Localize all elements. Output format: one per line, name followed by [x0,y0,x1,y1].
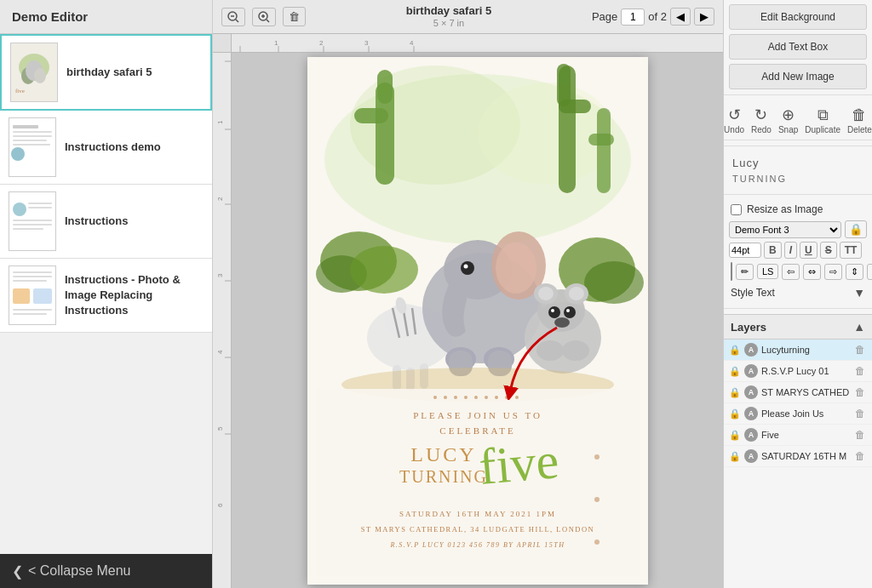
style-text-label: Style Text [731,287,775,299]
resize-as-image-row: Resize as Image [724,200,872,219]
sidebar-thumb-2 [9,117,56,177]
resize-as-image-checkbox[interactable] [731,204,742,215]
svg-rect-35 [232,34,723,53]
svg-point-118 [505,396,508,399]
divider-3 [724,194,872,195]
layer-delete-3[interactable]: 🗑 [853,386,867,398]
undo-button[interactable]: ↺ Undo [724,106,744,134]
svg-rect-25 [33,288,52,304]
layer-type-5: A [744,428,758,442]
page-prev-button[interactable]: ◀ [670,8,691,26]
layer-lock-icon-3: 🔒 [729,387,741,398]
font-row: Demo Font 3 🔒 [724,219,872,240]
canvas-wrapper: 1 2 3 4 1 2 3 4 [213,34,723,588]
layer-delete-5[interactable]: 🗑 [853,429,867,441]
edit-background-button[interactable]: Edit Background [729,4,867,30]
sidebar-item-instructions-demo[interactable]: Instructions demo [0,111,212,185]
svg-text:6: 6 [216,503,224,507]
divider-4 [724,308,872,309]
font-select[interactable]: Demo Font 3 [729,221,841,238]
justify-button[interactable]: ⇕ [846,264,863,280]
collapse-label: < Collapse Menu [28,563,131,579]
svg-text:PLEASE JOIN US TO: PLEASE JOIN US TO [413,410,542,420]
layer-delete-2[interactable]: 🗑 [853,365,867,377]
layer-delete-1[interactable]: 🗑 [853,344,867,356]
snap-icon: ⊕ [782,106,795,124]
sidebar-item-instructions-photo[interactable]: Instructions - Photo & Image Replacing I… [0,259,212,333]
sidebar-item-birthday-safari[interactable]: five birthday safari 5 [0,34,212,111]
svg-text:LUCY: LUCY [410,443,476,465]
ls-button[interactable]: LS [757,264,778,279]
svg-rect-19 [13,228,43,230]
underline-button[interactable]: U [800,242,818,259]
color-swatch[interactable] [731,262,732,281]
svg-text:3: 3 [364,39,369,47]
ruler-vertical: 1 2 3 4 5 6 [213,53,232,588]
font-lock-button[interactable]: 🔒 [845,220,867,238]
layer-delete-4[interactable]: 🗑 [853,408,867,420]
svg-point-106 [554,317,570,328]
delete-canvas-button[interactable]: 🗑 [283,7,306,26]
add-text-box-button[interactable]: Add Text Box [729,34,867,60]
align-left-button[interactable]: ⇦ [782,264,800,280]
strikethrough-button[interactable]: S [820,242,837,259]
layer-delete-6[interactable]: 🗑 [853,450,867,462]
bold-button[interactable]: B [764,242,782,259]
doc-title: birthday safari 5 [406,4,491,18]
duplicate-button[interactable]: ⧉ Duplicate [805,106,840,134]
page-next-button[interactable]: ▶ [694,8,714,26]
svg-point-111 [433,396,437,399]
layer-type-6: A [744,449,758,463]
resize-as-image-label: Resize as Image [747,203,823,215]
canvas-inner: PLEASE JOIN US TO CELEBRATE LUCY TURNING… [232,53,723,588]
layer-item-saturday[interactable]: 🔒 A SATURDAY 16TH M 🗑 [724,446,872,467]
svg-point-108 [562,340,589,361]
page-input[interactable] [621,9,645,26]
collapse-menu-button[interactable]: ❮ < Collapse Menu [0,554,212,588]
svg-rect-16 [28,207,52,208]
layer-item-five[interactable]: 🔒 A Five 🗑 [724,425,872,446]
svg-point-99 [538,287,554,300]
svg-rect-10 [13,140,47,141]
zoom-out-button[interactable] [221,8,245,26]
svg-text:SATURDAY 16TH MAY 2021 1PM: SATURDAY 16TH MAY 2021 1PM [399,510,555,518]
add-new-image-button[interactable]: Add New Image [729,64,867,89]
more-button[interactable]: ⋮ [867,264,872,280]
layers-chevron[interactable]: ▲ [853,320,865,334]
sidebar-item-instructions[interactable]: Instructions [0,185,212,259]
layer-item-rsvp[interactable]: 🔒 A R.S.V.P Lucy 01 🗑 [724,361,872,382]
redo-button[interactable]: ↻ Redo [751,106,772,134]
italic-button[interactable]: I [784,242,797,259]
layer-lock-icon-6: 🔒 [729,451,741,462]
sidebar-items: five birthday safari 5 [0,34,212,554]
layer-item-lucyturning[interactable]: 🔒 A Lucyturning 🗑 [724,340,872,361]
snap-button[interactable]: ⊕ Snap [778,106,798,134]
svg-rect-21 [13,271,52,273]
delete-button[interactable]: 🗑 Delete [847,106,872,134]
allcaps-button[interactable]: TT [840,242,863,259]
zoom-in-button[interactable] [252,8,276,26]
canvas-page[interactable]: PLEASE JOIN US TO CELEBRATE LUCY TURNING… [307,57,648,585]
align-center-button[interactable]: ⇔ [803,264,821,280]
svg-point-63 [478,83,614,185]
svg-point-102 [548,306,560,318]
pencil-button[interactable]: ✏ [736,264,754,280]
align-right-button[interactable]: ⇨ [824,264,842,280]
svg-point-114 [464,396,468,399]
svg-rect-27 [13,313,47,315]
svg-point-74 [350,246,418,294]
layer-item-pleasejoin[interactable]: 🔒 A Please Join Us 🗑 [724,403,872,425]
svg-rect-66 [377,70,393,104]
sidebar-label-2: Instructions demo [65,140,161,155]
svg-text:2: 2 [319,39,324,47]
layer-type-4: A [744,407,758,420]
ruler-horizontal: 1 2 3 4 [232,34,723,53]
font-size-input[interactable] [729,243,761,258]
layers-title: Layers [731,321,766,334]
style-text-row[interactable]: Style Text ▼ [724,283,872,303]
layer-item-stmarys[interactable]: 🔒 A ST MARYS CATHED 🗑 [724,382,872,403]
svg-line-30 [236,20,238,22]
page-of: of 2 [648,10,667,23]
svg-line-34 [267,20,269,22]
svg-text:CELEBRATE: CELEBRATE [439,425,515,436]
